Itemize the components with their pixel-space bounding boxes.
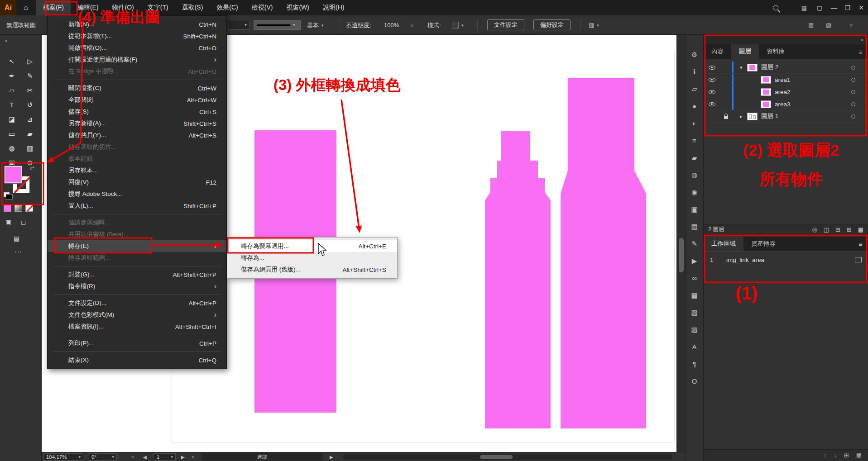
panel-menu-icon[interactable]: ≡ xyxy=(853,237,868,251)
paragraph-icon[interactable]: ¶ xyxy=(689,359,700,369)
opentype-icon[interactable]: O xyxy=(689,376,700,386)
delete-artboard-icon[interactable]: ▦ xyxy=(856,452,862,459)
vertical-scrollbar-thumb[interactable] xyxy=(679,238,684,272)
chevron-right-icon[interactable]: ▸ xyxy=(740,114,747,119)
draw-normal-icon[interactable]: ▣ xyxy=(5,219,11,226)
delete-selection-icon[interactable]: ▦ xyxy=(858,226,863,233)
scale-tool[interactable]: ⊿ xyxy=(23,114,37,124)
color-icon[interactable]: ● xyxy=(689,101,700,111)
close-button[interactable]: ✕ xyxy=(854,0,868,15)
pen-tool[interactable]: ✒ xyxy=(5,71,19,81)
mesh-tool[interactable]: ◍ xyxy=(5,143,19,153)
export-submenu-item-0[interactable]: 轉存為螢幕適用...Alt+Ctrl+E xyxy=(227,240,397,252)
search-icon[interactable] xyxy=(773,5,778,10)
layer-row-4[interactable]: ▸圖層 1 xyxy=(704,110,868,123)
rotate-tool[interactable]: ↺ xyxy=(23,100,37,110)
visibility-cell[interactable] xyxy=(704,102,720,106)
gradient-button[interactable] xyxy=(14,204,22,212)
horizontal-scrollbar-thumb[interactable] xyxy=(480,455,513,459)
layers-tab-1[interactable]: 圖層 xyxy=(731,44,759,59)
preferences-button[interactable]: 偏好設定 xyxy=(533,19,571,30)
file-menu-item-1[interactable]: 從範本新增(T)...Shift+Ctrl+N xyxy=(48,30,226,42)
layers-tab-2[interactable]: 資料庫 xyxy=(759,44,793,59)
arrange-documents-icon[interactable]: ▦ xyxy=(796,0,812,15)
rectangle-tool[interactable]: ▭ xyxy=(5,128,19,139)
new-artboard-icon[interactable]: ⊞ xyxy=(844,452,849,459)
export-submenu-item-1[interactable]: 轉存為... xyxy=(227,252,397,264)
make-clipping-mask-icon[interactable]: ◫ xyxy=(824,226,829,233)
layer-row-1[interactable]: area1 xyxy=(704,74,868,86)
swatches-icon[interactable]: ▤ xyxy=(689,222,700,231)
file-menu-item-13[interactable]: 另存範本... xyxy=(48,165,226,176)
menubar-item-1[interactable]: 檔案(F) xyxy=(36,0,71,15)
file-menu-item-9[interactable]: 另存新檔(A)...Shift+Ctrl+S xyxy=(48,118,226,129)
collapse-toolbar-icon[interactable]: « xyxy=(5,38,8,44)
color-button[interactable] xyxy=(4,204,11,212)
brushes-icon[interactable]: ✎ xyxy=(689,239,700,248)
info-icon[interactable]: ℹ xyxy=(689,67,700,76)
file-menu-item-26[interactable]: 文件設定(D)...Alt+Ctrl+P xyxy=(48,297,226,309)
swap-fill-stroke-icon[interactable]: ⇄ xyxy=(30,165,34,171)
transparency-icon[interactable]: ◍ xyxy=(689,170,700,180)
move-down-icon[interactable]: ↓ xyxy=(834,452,837,459)
move-up-icon[interactable]: ↑ xyxy=(824,452,827,459)
export-submenu-item-2[interactable]: 儲存為網頁用 (舊版)...Alt+Shift+Ctrl+S xyxy=(227,264,397,276)
restore-button[interactable]: ❐ xyxy=(841,0,854,15)
fill-color-swatch[interactable] xyxy=(5,166,22,183)
visibility-cell[interactable] xyxy=(704,90,720,94)
zoom-control[interactable]: 104.17%▾ xyxy=(43,453,83,461)
character-icon[interactable]: A xyxy=(689,342,700,352)
menubar-item-9[interactable]: 說明(H) xyxy=(316,0,351,15)
file-menu-item-20[interactable]: 轉存(E)› xyxy=(48,240,226,252)
screen-mode-icon[interactable]: ▤ xyxy=(14,235,19,242)
graphic-styles-icon[interactable]: ▣ xyxy=(689,204,700,214)
file-menu-item-7[interactable]: 全部關閉Alt+Ctrl+W xyxy=(48,94,226,106)
artboard-icon[interactable] xyxy=(855,257,862,262)
horizontal-scrollbar[interactable] xyxy=(342,454,673,460)
chevron-down-icon[interactable]: ▾ xyxy=(740,65,747,71)
file-menu-item-14[interactable]: 回復(V)F12 xyxy=(48,176,226,188)
stroke-style-select[interactable]: ▾ xyxy=(254,20,301,30)
menubar-item-7[interactable]: 檢視(V) xyxy=(245,0,280,15)
shaper-tool[interactable]: ▱ xyxy=(5,85,19,95)
pattern-icon[interactable]: ▨ xyxy=(689,325,700,334)
layer-row-0[interactable]: ▾圖層 2 xyxy=(704,62,868,74)
transform-icon[interactable]: ▱ xyxy=(689,84,700,94)
lock-cell[interactable] xyxy=(720,114,732,119)
next-artboard-button[interactable]: ▶ xyxy=(181,452,185,461)
artboard-row-0[interactable]: 1img_link_area xyxy=(704,252,868,268)
minimize-button[interactable]: — xyxy=(827,0,841,15)
home-icon[interactable]: ⌂ xyxy=(16,0,35,15)
file-menu-item-6[interactable]: 關閉檔案(C)Ctrl+W xyxy=(48,82,226,94)
properties-icon[interactable]: ⚙ xyxy=(689,50,700,59)
stroke-icon[interactable]: ≡ xyxy=(689,136,700,145)
vertical-scrollbar[interactable] xyxy=(676,35,685,452)
selection-tool[interactable]: ↖ xyxy=(5,56,19,67)
layer-row-3[interactable]: area3 xyxy=(704,98,868,110)
menubar-item-6[interactable]: 效果(C) xyxy=(210,0,245,15)
menubar-item-3[interactable]: 物件(O) xyxy=(106,0,141,15)
file-menu-item-10[interactable]: 儲存拷貝(Y)...Alt+Ctrl+S xyxy=(48,129,226,141)
target-circle-icon[interactable] xyxy=(851,78,855,82)
target-circle-icon[interactable] xyxy=(851,66,855,70)
target-circle-icon[interactable] xyxy=(851,114,855,119)
chevron-right-icon[interactable]: › xyxy=(411,15,413,35)
file-menu-item-15[interactable]: 搜尋 Adobe Stock... xyxy=(48,188,226,200)
image-trace-icon[interactable]: ▧ xyxy=(689,308,700,317)
visibility-cell[interactable] xyxy=(704,78,720,82)
menubar-item-2[interactable]: 編輯(E) xyxy=(71,0,106,15)
stroke-width-select[interactable]: ▾ xyxy=(229,20,249,30)
panel-view-icon[interactable]: ▨ xyxy=(826,15,831,35)
opacity-value[interactable]: 100% xyxy=(384,15,399,35)
visibility-cell[interactable] xyxy=(704,66,720,70)
file-menu-item-32[interactable]: 結束(X)Ctrl+Q xyxy=(48,354,226,366)
color-guide-icon[interactable]: ◐ xyxy=(689,119,700,128)
control-menu-icon[interactable]: ≡ xyxy=(849,15,853,35)
menubar-item-5[interactable]: 選取(S) xyxy=(175,0,210,15)
rotation-control[interactable]: 0°▾ xyxy=(89,453,117,461)
asset-export-icon[interactable]: ▦ xyxy=(689,290,700,300)
column-graph-tool[interactable]: ▥ xyxy=(23,143,37,153)
symbols-icon[interactable]: ▶ xyxy=(689,256,700,266)
file-menu-item-28[interactable]: 檔案資訊(I)...Alt+Shift+Ctrl+I xyxy=(48,321,226,333)
document-setup-button[interactable]: 文件設定 xyxy=(487,19,524,30)
